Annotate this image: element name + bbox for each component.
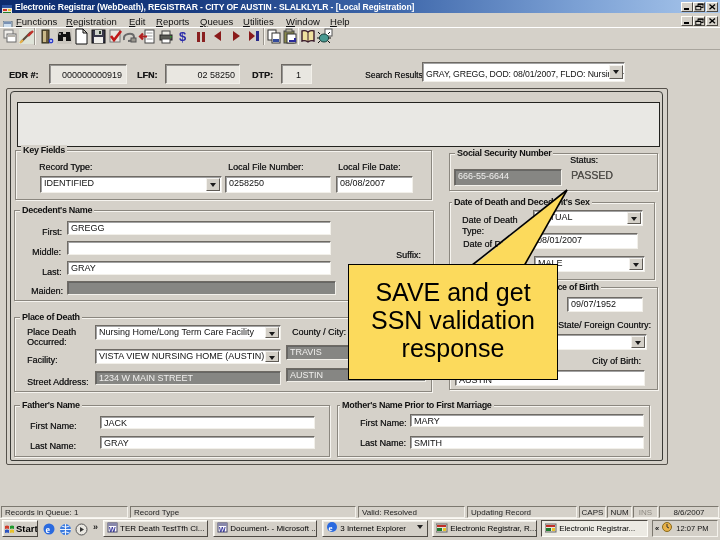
- svg-text:e: e: [329, 523, 333, 533]
- svg-text:e: e: [46, 524, 51, 535]
- svg-text:W: W: [109, 526, 116, 533]
- svg-text:W: W: [219, 526, 226, 533]
